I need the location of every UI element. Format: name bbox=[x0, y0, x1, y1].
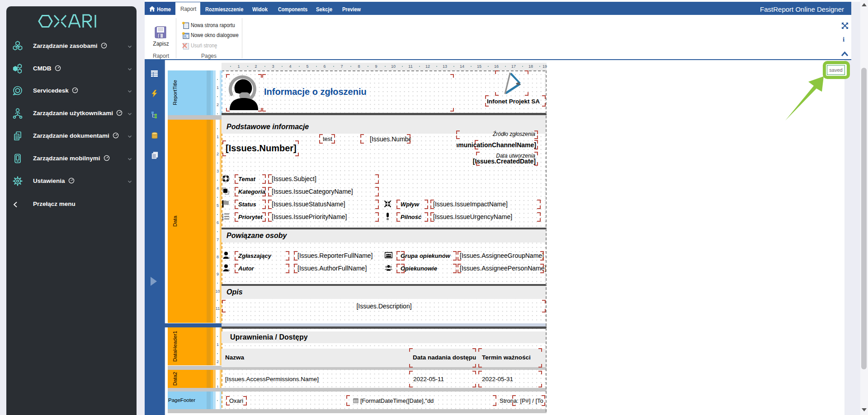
svg-text:3: 3 bbox=[222, 218, 224, 220]
